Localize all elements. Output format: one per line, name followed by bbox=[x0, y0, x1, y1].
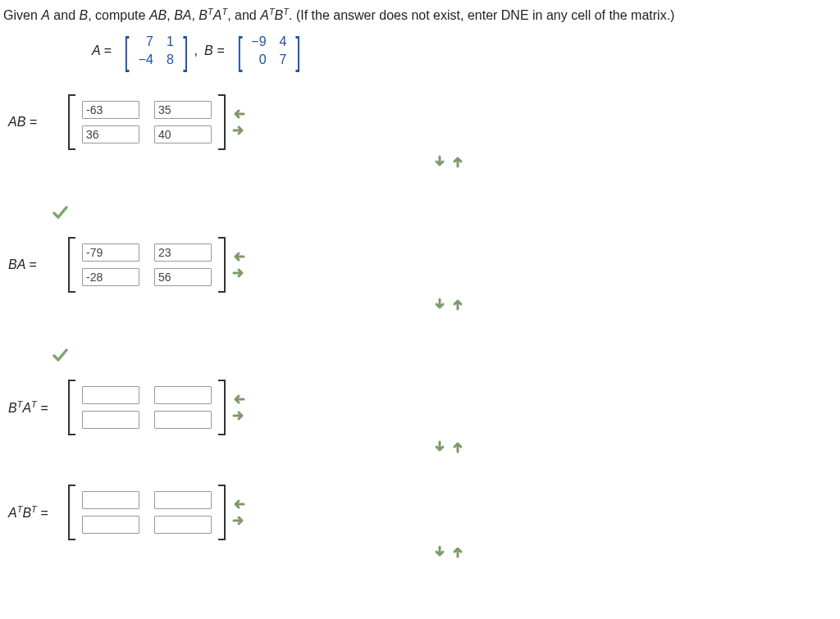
matrix-definitions: A = [ 71 −48 ] , B = [ −94 07 ] bbox=[85, 33, 837, 69]
input-ATBT-11[interactable] bbox=[154, 516, 212, 534]
label-AB: AB = bbox=[8, 115, 67, 130]
rows-decrease-icon[interactable] bbox=[450, 297, 465, 312]
cols-increase-icon[interactable] bbox=[231, 408, 246, 423]
cols-decrease-icon[interactable] bbox=[231, 249, 246, 264]
comma: , bbox=[194, 43, 198, 58]
input-AB-01[interactable] bbox=[154, 101, 212, 119]
bracket-right-icon bbox=[217, 93, 226, 151]
input-BTAT-01[interactable] bbox=[154, 386, 212, 404]
rows-increase-icon[interactable] bbox=[432, 544, 447, 559]
bracket-right-icon bbox=[217, 236, 226, 294]
A-11: 8 bbox=[160, 51, 180, 69]
input-AB-11[interactable] bbox=[154, 125, 212, 143]
text: , compute bbox=[88, 8, 149, 22]
B-11: 7 bbox=[273, 51, 294, 69]
input-BA-01[interactable] bbox=[154, 244, 212, 262]
expr-AB: AB bbox=[149, 8, 167, 22]
expr-ATBT: ATBT bbox=[260, 8, 289, 22]
row-BTAT: BTAT = bbox=[8, 379, 837, 436]
bracket-right-icon bbox=[217, 484, 226, 541]
input-ATBT-01[interactable] bbox=[154, 491, 212, 509]
cols-decrease-icon[interactable] bbox=[231, 497, 246, 512]
var-B: B bbox=[80, 8, 89, 22]
correct-check-icon bbox=[52, 348, 837, 362]
matrix-input-ATBT bbox=[67, 484, 226, 541]
matrix-B-label: B = bbox=[204, 43, 224, 58]
cols-decrease-icon[interactable] bbox=[231, 107, 246, 121]
text: , bbox=[167, 8, 174, 22]
correct-check-icon bbox=[52, 205, 837, 220]
cols-increase-icon[interactable] bbox=[231, 513, 246, 528]
text: Given bbox=[3, 8, 41, 22]
row-BA: BA = bbox=[8, 236, 837, 294]
rows-increase-icon[interactable] bbox=[432, 439, 447, 454]
rows-increase-icon[interactable] bbox=[432, 154, 447, 169]
input-BA-10[interactable] bbox=[82, 268, 139, 286]
bracket-left-icon bbox=[67, 484, 77, 541]
input-ATBT-00[interactable] bbox=[82, 491, 139, 509]
cols-decrease-icon[interactable] bbox=[231, 392, 246, 407]
rows-increase-icon[interactable] bbox=[432, 297, 447, 312]
rows-decrease-icon[interactable] bbox=[450, 439, 465, 454]
label-ATBT: ATBT = bbox=[8, 504, 67, 521]
bracket-right-icon bbox=[217, 379, 226, 436]
input-BA-11[interactable] bbox=[154, 268, 212, 286]
expr-BA: BA bbox=[174, 8, 191, 22]
input-AB-10[interactable] bbox=[82, 125, 139, 143]
label-BTAT: BTAT = bbox=[8, 399, 67, 416]
B-10: 0 bbox=[244, 51, 272, 69]
bracket-left-icon bbox=[67, 236, 77, 294]
rows-decrease-icon[interactable] bbox=[450, 544, 465, 559]
label-BA: BA = bbox=[8, 257, 67, 272]
text: . (If the answer does not exist, enter D… bbox=[289, 8, 674, 22]
rows-decrease-icon[interactable] bbox=[450, 154, 465, 169]
bracket-left-icon bbox=[67, 379, 77, 436]
A-01: 1 bbox=[160, 33, 180, 51]
A-10: −4 bbox=[132, 51, 160, 69]
matrix-A-label: A = bbox=[92, 43, 112, 58]
matrix-input-BA bbox=[67, 236, 226, 294]
expr-BTAT: BTAT bbox=[199, 8, 227, 22]
input-BTAT-00[interactable] bbox=[82, 386, 139, 404]
A-00: 7 bbox=[132, 33, 160, 51]
input-ATBT-10[interactable] bbox=[82, 516, 139, 534]
matrix-input-BTAT bbox=[67, 379, 226, 436]
input-BA-00[interactable] bbox=[82, 244, 139, 262]
var-A: A bbox=[41, 8, 50, 22]
B-00: −9 bbox=[244, 33, 272, 51]
bracket-left-icon bbox=[67, 93, 77, 151]
row-ATBT: ATBT = bbox=[8, 484, 837, 541]
cols-increase-icon[interactable] bbox=[231, 123, 246, 138]
B-01: 4 bbox=[273, 33, 294, 51]
question-text: Given A and B, compute AB, BA, BTAT, and… bbox=[3, 7, 837, 23]
text: and bbox=[50, 8, 80, 22]
input-BTAT-10[interactable] bbox=[82, 411, 139, 429]
matrix-input-AB bbox=[67, 93, 226, 151]
row-AB: AB = bbox=[8, 93, 837, 151]
text: , and bbox=[227, 8, 260, 22]
matrix-B: [ −94 07 ] bbox=[235, 33, 304, 69]
cols-increase-icon[interactable] bbox=[231, 266, 246, 280]
matrix-A: [ 71 −48 ] bbox=[121, 33, 191, 69]
input-AB-00[interactable] bbox=[82, 101, 139, 119]
input-BTAT-11[interactable] bbox=[154, 411, 212, 429]
